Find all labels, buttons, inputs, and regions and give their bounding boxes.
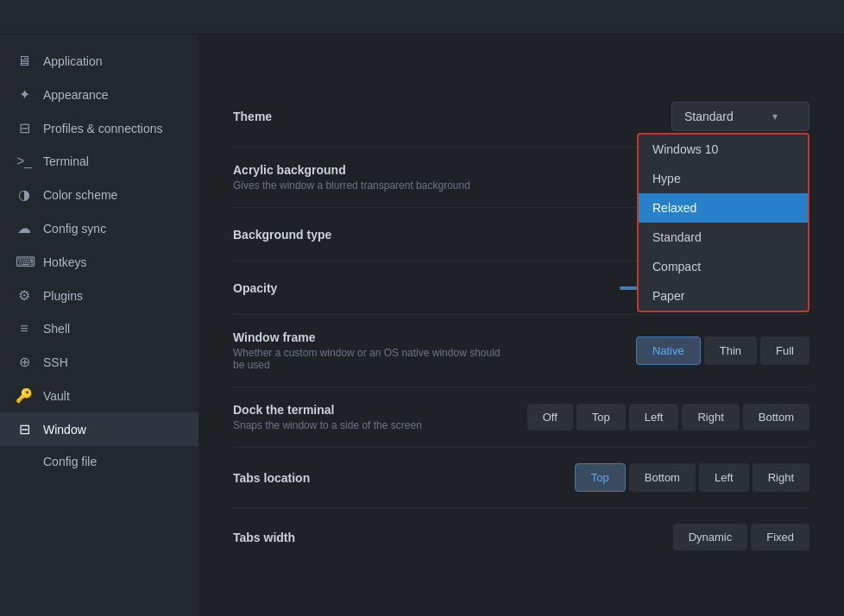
- settings-row-tabs-location: Tabs location Top Bottom Left Right: [233, 448, 809, 508]
- sidebar-label-vault: Vault: [43, 389, 70, 403]
- dropdown-option-hype[interactable]: Hype: [639, 164, 808, 193]
- sidebar-item-window[interactable]: ⊟ Window: [0, 412, 198, 446]
- btn-full[interactable]: Full: [760, 336, 809, 365]
- btn-group-window-frame: Native Thin Full: [636, 336, 809, 365]
- settings-label-col-opacity: Opacity: [233, 281, 509, 295]
- settings-label-acrylic: Acrylic background: [233, 163, 509, 177]
- sidebar-item-hotkeys[interactable]: ⌨ Hotkeys: [0, 245, 198, 279]
- sidebar-icon-appearance: ✦: [16, 86, 33, 103]
- sidebar-item-colorscheme[interactable]: ◑ Color scheme: [0, 178, 198, 211]
- sidebar-item-profiles[interactable]: ⊟ Profiles & connections: [0, 111, 198, 145]
- btn-top[interactable]: Top: [576, 404, 626, 431]
- dropdown-option-paper[interactable]: Paper: [639, 281, 808, 311]
- theme-dropdown-value: Standard: [684, 110, 734, 123]
- sidebar-label-shell: Shell: [43, 322, 70, 336]
- sidebar-label-hotkeys: Hotkeys: [43, 255, 87, 269]
- chevron-down-icon: ▾: [772, 110, 778, 123]
- sidebar: 🖥 Application ✦ Appearance ⊟ Profiles & …: [0, 35, 198, 616]
- settings-label-tabs-width: Tabs width: [233, 531, 509, 544]
- sidebar-label-profiles: Profiles & connections: [43, 122, 163, 135]
- btn-thin[interactable]: Thin: [704, 336, 757, 365]
- sidebar-label-colorscheme: Color scheme: [43, 188, 117, 202]
- dropdown-option-relaxed[interactable]: Relaxed: [639, 193, 808, 223]
- sidebar-icon-shell: ≡: [16, 321, 33, 336]
- sidebar-item-shell[interactable]: ≡ Shell: [0, 312, 198, 345]
- sidebar-item-vault[interactable]: 🔑 Vault: [0, 379, 198, 412]
- sidebar-icon-colorscheme: ◑: [16, 186, 33, 203]
- btn-dynamic[interactable]: Dynamic: [673, 524, 748, 550]
- sidebar-item-application[interactable]: 🖥 Application: [0, 45, 198, 78]
- theme-dropdown-btn[interactable]: Standard ▾: [671, 102, 809, 131]
- sidebar-label-ssh: SSH: [43, 355, 68, 369]
- sidebar-item-ssh[interactable]: ⊕ SSH: [0, 345, 198, 379]
- btn-top[interactable]: Top: [575, 463, 626, 492]
- btn-bottom[interactable]: Bottom: [743, 404, 809, 431]
- sidebar-icon-configsync: ☁: [16, 220, 33, 236]
- settings-row-dock-terminal: Dock the terminal Snaps the window to a …: [233, 387, 809, 448]
- sidebar-item-configfile[interactable]: Config file: [0, 446, 198, 477]
- settings-label-col-theme: Theme: [233, 110, 509, 123]
- btn-group-dock-terminal: Off Top Left Right Bottom: [527, 404, 809, 431]
- settings-control-tabs-location: Top Bottom Left Right: [509, 463, 809, 492]
- dropdown-option-windows-10[interactable]: Windows 10: [639, 135, 808, 164]
- sidebar-icon-vault: 🔑: [16, 387, 33, 404]
- btn-right[interactable]: Right: [682, 404, 739, 431]
- settings-desc-acrylic: Gives the window a blurred transparent b…: [233, 179, 509, 192]
- settings-control-window-frame: Native Thin Full: [509, 336, 809, 365]
- sidebar-label-configfile: Config file: [43, 455, 97, 468]
- sidebar-icon-hotkeys: ⌨: [16, 254, 33, 270]
- settings-label-col-tabs-location: Tabs location: [233, 471, 509, 485]
- settings-control-dock-terminal: Off Top Left Right Bottom: [509, 404, 809, 431]
- titlebar: [0, 0, 844, 35]
- sidebar-icon-window: ⊟: [16, 421, 33, 437]
- settings-control-theme: Standard ▾ Windows 10 Hype Relaxed Stand…: [509, 102, 809, 131]
- sidebar-label-window: Window: [43, 423, 86, 437]
- btn-fixed[interactable]: Fixed: [751, 524, 809, 550]
- settings-label-window-frame: Window frame: [233, 330, 509, 344]
- sidebar-icon-terminal: >_: [16, 154, 33, 169]
- btn-group-tabs-width: Dynamic Fixed: [673, 524, 809, 550]
- sidebar-item-plugins[interactable]: ⚙ Plugins: [0, 279, 198, 312]
- theme-dropdown-menu: Windows 10 Hype Relaxed Standard Compact…: [637, 133, 809, 312]
- settings-label-col-window-frame: Window frame Whether a custom window or …: [233, 330, 509, 371]
- sidebar-label-terminal: Terminal: [43, 154, 89, 168]
- dropdown-option-compact[interactable]: Compact: [639, 252, 808, 281]
- settings-row-theme: Theme Standard ▾ Windows 10 Hype Relaxed: [233, 86, 809, 148]
- settings-control-tabs-width: Dynamic Fixed: [509, 524, 809, 550]
- sidebar-label-configsync: Config sync: [43, 222, 106, 236]
- btn-native[interactable]: Native: [636, 336, 701, 365]
- sidebar-item-terminal[interactable]: >_ Terminal: [0, 145, 198, 178]
- sidebar-icon-application: 🖥: [16, 53, 33, 69]
- settings-label-col-tabs-width: Tabs width: [233, 531, 509, 544]
- sidebar-label-plugins: Plugins: [43, 289, 83, 303]
- settings-desc-dock-terminal: Snaps the window to a side of the screen: [233, 419, 509, 431]
- btn-off[interactable]: Off: [527, 404, 573, 431]
- settings-label-tabs-location: Tabs location: [233, 471, 509, 485]
- settings-label-dock-terminal: Dock the terminal: [233, 403, 509, 417]
- settings-desc-window-frame: Whether a custom window or an OS native …: [233, 347, 509, 371]
- settings-row-window-frame: Window frame Whether a custom window or …: [233, 315, 809, 387]
- sidebar-icon-ssh: ⊕: [16, 354, 33, 370]
- sidebar-item-appearance[interactable]: ✦ Appearance: [0, 78, 198, 111]
- btn-left[interactable]: Left: [629, 404, 679, 431]
- btn-group-tabs-location: Top Bottom Left Right: [575, 463, 809, 492]
- settings-label-col-acrylic: Acrylic background Gives the window a bl…: [233, 163, 509, 192]
- btn-left[interactable]: Left: [699, 463, 749, 492]
- settings-label-theme: Theme: [233, 110, 509, 123]
- sidebar-icon-profiles: ⊟: [16, 120, 33, 136]
- settings-label-col-bg-type: Background type: [233, 228, 509, 242]
- settings-label-bg-type: Background type: [233, 228, 509, 242]
- settings-rows: Theme Standard ▾ Windows 10 Hype Relaxed: [233, 86, 809, 566]
- btn-bottom[interactable]: Bottom: [629, 463, 696, 492]
- dropdown-option-standard[interactable]: Standard: [639, 223, 808, 252]
- sidebar-icon-plugins: ⚙: [16, 287, 33, 304]
- app-layout: 🖥 Application ✦ Appearance ⊟ Profiles & …: [0, 35, 844, 616]
- settings-label-opacity: Opacity: [233, 281, 509, 295]
- settings-label-col-dock-terminal: Dock the terminal Snaps the window to a …: [233, 403, 509, 431]
- sidebar-label-appearance: Appearance: [43, 88, 109, 102]
- sidebar-item-configsync[interactable]: ☁ Config sync: [0, 211, 198, 245]
- settings-row-tabs-width: Tabs width Dynamic Fixed: [233, 508, 809, 566]
- main-content: Theme Standard ▾ Windows 10 Hype Relaxed: [198, 35, 844, 616]
- btn-right[interactable]: Right: [753, 463, 809, 492]
- theme-dropdown-wrapper: Standard ▾ Windows 10 Hype Relaxed Stand…: [671, 102, 809, 131]
